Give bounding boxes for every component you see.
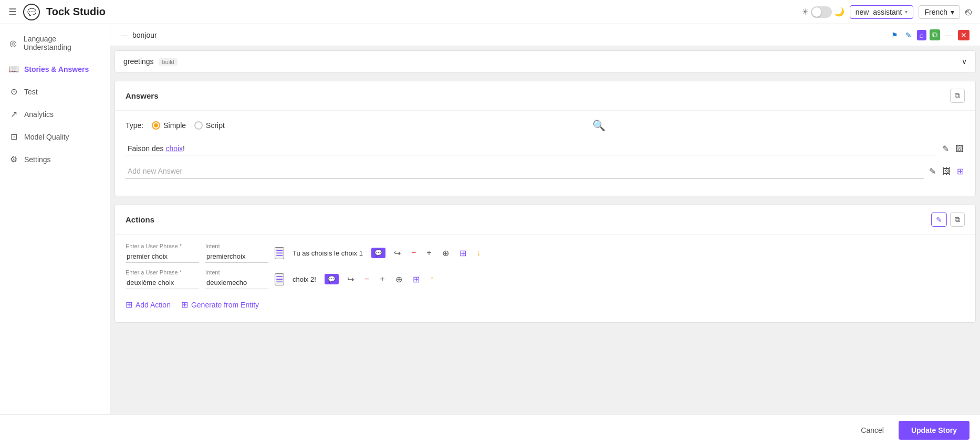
sidebar-item-language-understanding[interactable]: ◎ Language Understanding (0, 28, 110, 58)
sidebar-item-label: Settings (24, 155, 51, 164)
bonjour-top-icons: ⚑ ✎ ⌂ ⧉ — ✕ (889, 29, 969, 40)
toggle-knob (812, 7, 821, 17)
update-story-button[interactable]: Update Story (899, 421, 969, 440)
add-action-icon: ⊞ (126, 300, 132, 310)
actions-copy-button[interactable]: ⧉ (950, 213, 965, 227)
action1-add-step-icon[interactable]: ⊞ (457, 247, 468, 259)
radio-simple-inner (154, 123, 158, 128)
answers-copy-button[interactable]: ⧉ (950, 89, 965, 103)
action2-step-icon[interactable]: ↪ (345, 273, 356, 285)
top-bar: ☰ 💬 Tock Studio ☀ 🌙 new_assistant ▾ Fren… (0, 0, 980, 24)
radio-simple[interactable]: Simple (152, 121, 186, 130)
chat-bubble-1[interactable]: 💬 (371, 248, 385, 258)
intent1-menu-icon[interactable]: ☰ (275, 247, 284, 259)
assistant-chevron: ▾ (905, 9, 908, 15)
phrase1-input[interactable] (126, 250, 199, 263)
answer2-add-icon[interactable]: ⊞ (956, 165, 965, 177)
answer2-input[interactable] (126, 164, 924, 179)
action2-add-step-icon[interactable]: ⊞ (411, 273, 422, 285)
sidebar-item-label: Model Quality (24, 133, 69, 141)
phrase2-input[interactable] (126, 277, 199, 289)
radio-script-label: Script (206, 121, 225, 130)
app-title: Tock Studio (46, 6, 106, 18)
radio-script[interactable]: Script (194, 121, 225, 130)
sidebar-item-model-quality[interactable]: ⊡ Model Quality (0, 125, 110, 148)
language-understanding-icon: ◎ (8, 38, 18, 48)
intent1-input[interactable] (205, 250, 268, 263)
phrase2-label: Enter a User Phrase * (126, 269, 199, 275)
action-row-1: Enter a User Phrase * Intent ☰ Tu as cho… (126, 243, 965, 263)
actions-header: Actions ✎ ⧉ (115, 205, 975, 235)
main-area: ◎ Language Understanding 📖 Stories & Ans… (0, 24, 980, 414)
phrase1-label: Enter a User Phrase * (126, 243, 199, 249)
choix-link[interactable]: choix (165, 144, 183, 153)
sidebar-item-test[interactable]: ⊙ Test (0, 80, 110, 103)
bottom-spacer (110, 327, 980, 337)
answer2-edit-icon[interactable]: ✎ (928, 165, 937, 177)
greetings-header[interactable]: greetings build ∨ (115, 51, 975, 72)
sidebar-item-label: Test (24, 88, 38, 96)
action1-circle-plus-icon[interactable]: ⊕ (440, 247, 451, 259)
cancel-button[interactable]: Cancel (852, 422, 892, 439)
chat-bubble-2[interactable]: 💬 (325, 274, 339, 284)
intent2-menu-icon[interactable]: ☰ (275, 273, 284, 285)
intent1-label: Intent (205, 243, 268, 249)
action2-plus-icon[interactable]: + (378, 273, 387, 285)
answers-header: Answers ⧉ (115, 81, 975, 111)
add-actions-row: ⊞ Add Action ⊞ Generate from Entity (126, 295, 965, 314)
intent2-group: Intent (205, 269, 268, 289)
add-action-button[interactable]: ⊞ Add Action (126, 300, 171, 310)
sidebar-item-stories-answers[interactable]: 📖 Stories & Answers (0, 58, 110, 80)
action1-down-icon[interactable]: ↓ (475, 247, 483, 259)
actions-header-buttons: ✎ ⧉ (931, 213, 965, 227)
app-logo: 💬 (23, 4, 40, 20)
answer2-row: ✎ 🖼 ⊞ (126, 164, 965, 179)
stories-answers-icon: 📖 (8, 64, 19, 74)
action2-up-icon[interactable]: ↑ (428, 273, 436, 285)
type-row: Type: Simple Script 🔍 (126, 119, 965, 132)
bonjour-copy-icon[interactable]: ⧉ (930, 29, 940, 40)
intent2-label: Intent (205, 269, 268, 275)
action1-plus-icon[interactable]: + (424, 247, 433, 259)
theme-toggle-switch[interactable] (811, 6, 832, 18)
answer1-image-icon[interactable]: 🖼 (954, 143, 965, 155)
logout-icon[interactable]: ⎋ (965, 6, 972, 18)
footer-bar: Cancel Update Story (0, 414, 980, 446)
answer1-edit-icon[interactable]: ✎ (941, 143, 950, 155)
generate-label: Generate from Entity (191, 301, 259, 309)
action2-minus-icon[interactable]: − (362, 273, 371, 285)
sidebar-item-label: Stories & Answers (24, 65, 89, 73)
answer2-image-icon[interactable]: 🖼 (941, 166, 952, 177)
generate-from-entity-button[interactable]: ⊞ Generate from Entity (181, 300, 259, 310)
bonjour-house-icon[interactable]: ⌂ (917, 30, 926, 40)
action1-minus-icon[interactable]: − (409, 247, 418, 259)
greetings-title: greetings (123, 57, 154, 66)
actions-edit-button[interactable]: ✎ (931, 213, 947, 227)
answers-body: Type: Simple Script 🔍 (115, 111, 975, 196)
radio-simple-circle (152, 121, 160, 130)
add-action-label: Add Action (135, 301, 171, 309)
settings-icon: ⚙ (8, 154, 19, 164)
generate-icon: ⊞ (181, 300, 188, 310)
hamburger-icon[interactable]: ☰ (8, 6, 17, 18)
assistant-dropdown[interactable]: new_assistant ▾ (850, 5, 914, 19)
sidebar-item-settings[interactable]: ⚙ Settings (0, 148, 110, 171)
search-magnify-icon[interactable]: 🔍 (592, 119, 606, 132)
intent2-input[interactable] (205, 277, 268, 289)
bonjour-bar: — bonjour ⚑ ✎ ⌂ ⧉ — ✕ (110, 24, 980, 46)
bonjour-minus-icon[interactable]: — (943, 30, 955, 40)
action1-step-icon[interactable]: ↪ (392, 247, 403, 259)
answers-title: Answers (126, 91, 159, 100)
sidebar-item-analytics[interactable]: ↗ Analytics (0, 103, 110, 125)
moon-icon: 🌙 (834, 7, 845, 17)
language-dropdown[interactable]: French ▾ (919, 5, 960, 19)
greetings-badge: build (159, 58, 177, 66)
bonjour-edit-icon[interactable]: ✎ (903, 30, 914, 40)
bonjour-text: bonjour (132, 31, 157, 39)
assistant-label: new_assistant (856, 8, 902, 16)
bonjour-delete-icon[interactable]: ✕ (958, 30, 969, 40)
bonjour-flag-icon[interactable]: ⚑ (889, 30, 900, 40)
action2-circle-plus-icon[interactable]: ⊕ (393, 273, 404, 285)
answer1-row: Faison des choix! ✎ 🖼 (126, 142, 965, 155)
language-chevron: ▾ (951, 8, 954, 16)
